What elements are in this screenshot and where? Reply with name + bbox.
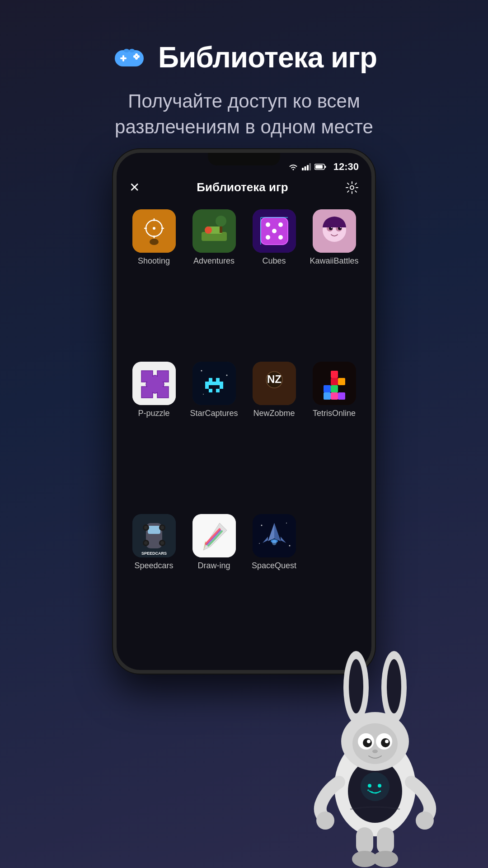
svg-rect-71	[331, 385, 338, 392]
svg-rect-53	[205, 382, 209, 385]
game-label-starcaptures: StarCaptures	[190, 409, 238, 419]
game-label-speedcars: Speedcars	[134, 561, 173, 571]
game-label-ppuzzle: P-puzzle	[138, 409, 169, 419]
svg-point-93	[289, 545, 290, 547]
svg-point-60	[201, 370, 202, 372]
game-item-starcaptures[interactable]: StarCaptures	[186, 362, 242, 510]
signal-icon	[302, 163, 311, 170]
svg-rect-120	[377, 827, 394, 854]
app-topbar: ✕ Библиотека игр	[117, 175, 371, 202]
svg-point-116	[372, 750, 378, 753]
svg-rect-68	[331, 371, 338, 378]
svg-point-84	[144, 541, 148, 545]
svg-point-61	[226, 375, 227, 376]
game-label-spacequest: SpaceQuest	[252, 561, 296, 571]
svg-text:NZ: NZ	[267, 373, 282, 385]
svg-point-86	[160, 541, 164, 545]
game-item-shooting[interactable]: Shooting	[126, 209, 182, 358]
svg-point-100	[378, 784, 381, 788]
svg-point-7	[124, 49, 129, 52]
game-icon-drawing	[192, 514, 236, 557]
svg-point-102	[371, 791, 373, 793]
games-grid: Shooting	[117, 202, 371, 670]
svg-point-115	[385, 740, 389, 743]
game-label-newzobme: NewZobme	[253, 409, 295, 419]
game-icon-cubes	[253, 209, 296, 253]
page-background: Библиотека игр Получайте доступ ко всем …	[0, 0, 488, 140]
svg-rect-73	[324, 392, 331, 400]
svg-point-62	[203, 394, 204, 395]
page-header: Библиотека игр Получайте доступ ко всем …	[0, 0, 488, 140]
svg-text:SPEEDCARS: SPEEDCARS	[141, 551, 166, 556]
game-icon-adventures	[192, 209, 236, 253]
game-item-tetris[interactable]: TetrisOnline	[306, 362, 362, 510]
svg-point-91	[286, 523, 287, 524]
svg-point-90	[261, 525, 262, 526]
svg-point-6	[135, 57, 138, 60]
svg-point-25	[150, 239, 159, 245]
svg-point-92	[259, 543, 260, 544]
game-item-speedcars[interactable]: SPEEDCARS Speedcars	[126, 514, 182, 663]
svg-point-5	[135, 53, 138, 56]
svg-rect-16	[315, 165, 323, 169]
svg-rect-56	[205, 385, 209, 389]
svg-point-9	[292, 169, 294, 170]
game-item-cubes[interactable]: Cubes	[246, 209, 302, 358]
status-time: 12:30	[333, 161, 359, 173]
phone-notch	[208, 153, 280, 165]
game-icon-speedcars: SPEEDCARS	[132, 514, 176, 557]
svg-rect-51	[209, 378, 212, 382]
svg-point-17	[350, 186, 354, 189]
svg-point-108	[387, 659, 401, 713]
svg-rect-18	[132, 209, 176, 253]
game-label-cubes: Cubes	[262, 256, 286, 266]
wifi-icon	[288, 163, 298, 170]
page-subtitle: Получайте доступ ко всем развлечениям в …	[63, 89, 425, 140]
svg-point-114	[367, 740, 371, 743]
svg-rect-13	[309, 163, 311, 170]
game-icon-space	[253, 514, 296, 557]
svg-rect-72	[324, 385, 331, 392]
svg-rect-12	[307, 165, 309, 170]
svg-point-98	[361, 772, 389, 801]
gamepad-icon	[111, 44, 147, 71]
game-item-newzobme[interactable]: NZ NewZobme	[246, 362, 302, 510]
game-label-tetris: TetrisOnline	[313, 409, 356, 419]
phone-screen: 12:30 ✕ Библиотека игр	[117, 153, 371, 670]
svg-point-38	[272, 229, 277, 233]
svg-rect-2	[122, 55, 124, 61]
page-title: Библиотека игр	[158, 41, 377, 74]
svg-rect-78	[148, 526, 160, 534]
svg-point-118	[416, 811, 434, 830]
game-icon-tetris	[313, 362, 356, 405]
svg-point-82	[160, 526, 164, 529]
svg-rect-74	[331, 392, 338, 400]
svg-point-99	[368, 784, 371, 788]
svg-point-36	[266, 235, 270, 240]
mascot-character	[289, 633, 461, 868]
svg-rect-55	[220, 382, 223, 385]
svg-rect-0	[115, 50, 144, 66]
svg-point-95	[272, 540, 277, 545]
game-icon-shooting	[132, 209, 176, 253]
svg-point-113	[381, 738, 390, 747]
header-title-row: Библиотека игр	[111, 41, 377, 74]
close-button[interactable]: ✕	[129, 180, 140, 195]
settings-icon[interactable]	[345, 181, 359, 194]
game-item-adventures[interactable]: Adventures	[186, 209, 242, 358]
phone-frame: 12:30 ✕ Библиотека игр	[113, 149, 375, 674]
svg-rect-54	[209, 382, 220, 385]
svg-rect-11	[304, 166, 306, 170]
svg-rect-70	[338, 378, 345, 385]
game-label-drawing: Draw-ing	[197, 561, 230, 571]
svg-rect-58	[209, 389, 212, 392]
game-item-drawing[interactable]: Draw-ing	[186, 514, 242, 663]
game-item-ppuzzle[interactable]: P-puzzle	[126, 362, 182, 510]
svg-point-80	[144, 526, 148, 529]
game-item-kawaii[interactable]: KawaiiBattles	[306, 209, 362, 358]
svg-point-29	[205, 226, 212, 234]
svg-rect-75	[338, 392, 345, 400]
game-icon-star	[192, 362, 236, 405]
svg-point-117	[316, 811, 334, 830]
game-label-shooting: Shooting	[138, 256, 170, 266]
